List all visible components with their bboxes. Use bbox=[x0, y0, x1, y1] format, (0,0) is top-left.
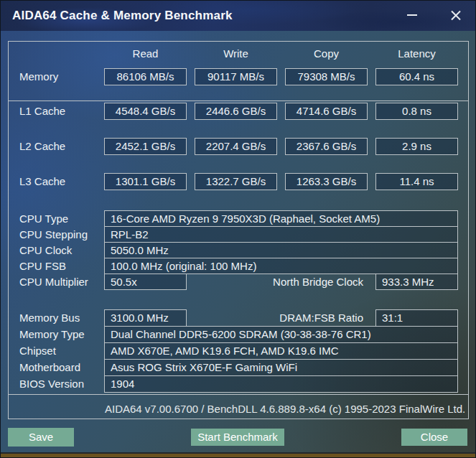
separator-under-memory-row bbox=[9, 101, 468, 101]
cpu-clock-value: 5050.0 MHz bbox=[104, 242, 458, 258]
column-header-read: Read bbox=[104, 47, 187, 61]
close-button[interactable]: Close bbox=[401, 429, 467, 446]
version-text: AIDA64 v7.00.6700 / BenchDLL 4.6.889.8-x… bbox=[105, 402, 465, 416]
motherboard-value: Asus ROG Strix X670E-F Gaming WiFi bbox=[104, 359, 458, 376]
label-dram-fsb-ratio: DRAM:FSB Ratio bbox=[216, 309, 363, 327]
minimize-button[interactable] bbox=[401, 1, 423, 31]
row-label-l2-cache: L2 Cache bbox=[19, 138, 65, 155]
l1-latency-value: 0.8 ns bbox=[375, 103, 458, 120]
label-chipset: Chipset bbox=[19, 342, 56, 360]
memory-bus-value: 3100.0 MHz bbox=[104, 309, 187, 327]
close-icon bbox=[450, 10, 461, 21]
separator-above-version bbox=[9, 394, 468, 395]
memory-read-value: 86106 MB/s bbox=[104, 68, 187, 85]
cpu-stepping-value: RPL-B2 bbox=[104, 226, 458, 243]
label-cpu-type: CPU Type bbox=[19, 210, 68, 227]
row-label-memory: Memory bbox=[19, 68, 58, 85]
start-benchmark-button[interactable]: Start Benchmark bbox=[191, 429, 284, 446]
minimize-icon bbox=[407, 14, 417, 16]
close-window-button[interactable] bbox=[443, 1, 469, 31]
l1-copy-value: 4714.6 GB/s bbox=[285, 103, 368, 120]
aida64-benchmark-window: AIDA64 Cache & Memory Benchmark Read Wri… bbox=[0, 0, 476, 458]
memory-copy-value: 79308 MB/s bbox=[285, 68, 368, 85]
label-motherboard: Motherboard bbox=[19, 359, 80, 376]
memory-type-value: Dual Channel DDR5-6200 SDRAM (30-38-38-7… bbox=[104, 326, 458, 343]
l3-write-value: 1322.7 GB/s bbox=[195, 173, 277, 190]
save-button[interactable]: Save bbox=[8, 428, 74, 447]
l2-copy-value: 2367.6 GB/s bbox=[285, 138, 368, 155]
l3-read-value: 1301.1 GB/s bbox=[104, 173, 187, 190]
memory-latency-value: 60.4 ns bbox=[375, 68, 458, 85]
cpu-type-value: 16-Core AMD Ryzen 9 7950X3D (Raphael, So… bbox=[104, 210, 458, 227]
label-cpu-fsb: CPU FSB bbox=[19, 258, 66, 274]
label-memory-bus: Memory Bus bbox=[19, 309, 80, 327]
row-label-l3-cache: L3 Cache bbox=[19, 173, 65, 190]
memory-write-value: 90117 MB/s bbox=[195, 68, 277, 85]
title-bar[interactable]: AIDA64 Cache & Memory Benchmark bbox=[1, 1, 475, 31]
l1-read-value: 4548.4 GB/s bbox=[104, 103, 187, 120]
dram-fsb-ratio-value: 31:1 bbox=[375, 309, 458, 327]
row-label-l1-cache: L1 Cache bbox=[19, 103, 65, 120]
l3-latency-value: 11.4 ns bbox=[375, 173, 458, 190]
column-header-copy: Copy bbox=[285, 47, 368, 61]
label-memory-type: Memory Type bbox=[19, 326, 85, 343]
cpu-fsb-value: 100.0 MHz (original: 100 MHz) bbox=[104, 258, 458, 274]
cpu-multiplier-value: 50.5x bbox=[104, 274, 187, 290]
label-bios-version: BIOS Version bbox=[19, 375, 84, 393]
label-cpu-stepping: CPU Stepping bbox=[19, 226, 88, 243]
column-header-write: Write bbox=[195, 47, 277, 61]
window-title: AIDA64 Cache & Memory Benchmark bbox=[12, 1, 233, 31]
label-cpu-clock: CPU Clock bbox=[19, 242, 72, 258]
north-bridge-clock-value: 933.3 MHz bbox=[375, 274, 458, 290]
l2-latency-value: 2.9 ns bbox=[375, 138, 458, 155]
chipset-value: AMD X670E, AMD K19.6 FCH, AMD K19.6 IMC bbox=[104, 342, 458, 360]
label-north-bridge-clock: North Bridge Clock bbox=[216, 274, 363, 290]
bios-version-value: 1904 bbox=[104, 375, 458, 393]
column-header-latency: Latency bbox=[375, 47, 458, 61]
l1-write-value: 2446.6 GB/s bbox=[195, 103, 277, 120]
label-cpu-multiplier: CPU Multiplier bbox=[19, 274, 88, 290]
l2-write-value: 2207.4 GB/s bbox=[195, 138, 277, 155]
bottom-accent-bar bbox=[1, 452, 475, 457]
l3-copy-value: 1263.3 GB/s bbox=[285, 173, 368, 190]
l2-read-value: 2452.1 GB/s bbox=[104, 138, 187, 155]
